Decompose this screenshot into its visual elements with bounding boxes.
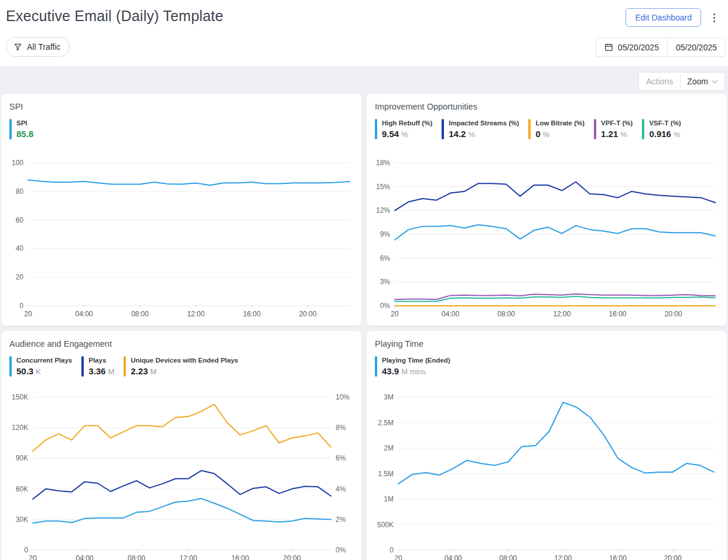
svg-text:40: 40 [16,244,24,252]
svg-text:3M: 3M [384,393,394,401]
svg-text:6%: 6% [336,454,346,462]
legend-item-spi[interactable]: SPI 85.8 [9,119,36,139]
svg-text:120K: 120K [12,424,28,432]
page-header: Executive Email (Daily) Template Edit Da… [0,0,728,66]
legend-value: 0% [535,129,585,139]
zoom-dropdown[interactable]: Zoom [681,73,724,90]
svg-text:12:00: 12:00 [554,554,572,560]
svg-text:2%: 2% [336,515,346,524]
svg-text:0%: 0% [336,546,346,554]
svg-text:16:00: 16:00 [609,554,627,560]
svg-text:60K: 60K [16,485,28,493]
legend-color-bar [528,119,531,139]
legend-item-playing-time[interactable]: Playing Time (Ended) 43.9M mins [375,356,450,377]
svg-text:150K: 150K [12,393,28,401]
edit-dashboard-button[interactable]: Edit Dashboard [626,8,701,27]
legend-item-vsf-t[interactable]: VSF-T (%) 0.916% [642,119,681,139]
legend-item-impacted-streams[interactable]: Impacted Streams (%) 14.2% [442,119,519,139]
date-from-field[interactable]: 05/20/2025 [596,38,667,56]
svg-text:08:00: 08:00 [131,310,149,318]
legend-label: Concurrent Plays [16,357,72,364]
svg-text:04:00: 04:00 [442,310,459,318]
legend-color-bar [442,119,444,139]
legend-value: 3.36M [88,366,114,376]
svg-text:20:00: 20:00 [283,554,301,560]
filter-funnel-icon [13,43,22,52]
legend-color-bar [9,356,12,377]
legend-value: 85.8 [16,129,36,139]
svg-text:10%: 10% [336,393,350,401]
filter-chip-label: All Traffic [27,42,60,52]
svg-text:12:00: 12:00 [553,310,570,318]
date-range-picker: 05/20/2025 05/20/2025 [596,37,726,57]
svg-text:2.5M: 2.5M [378,419,394,427]
legend-label: VPF-T (%) [601,119,633,127]
legend-value: 1.21% [601,129,633,139]
svg-text:18%: 18% [376,159,390,167]
calendar-icon [604,43,613,52]
page-title: Executive Email (Daily) Template [6,8,223,25]
legend-item-vpf-t[interactable]: VPF-T (%) 1.21% [594,119,633,139]
playing-time-chart[interactable]: 0500K1M1.5M2M2.5M3M2004:0008:0012:0016:0… [371,391,722,560]
svg-text:16:00: 16:00 [609,310,627,318]
svg-text:12:00: 12:00 [187,310,204,318]
legend-item-high-rebuff[interactable]: High Rebuff (%) 9.54% [375,119,432,139]
date-to-field[interactable]: 05/20/2025 [668,38,725,56]
legend-color-bar [642,119,644,139]
svg-text:20:00: 20:00 [299,310,316,318]
spi-chart[interactable]: 0204060801002004:0008:0012:0016:0020:00 [6,157,357,321]
legend-label: Low Bitrate (%) [535,119,585,127]
spi-legend: SPI 85.8 [9,119,353,139]
svg-text:12%: 12% [376,206,390,214]
svg-text:04:00: 04:00 [75,310,93,318]
svg-text:500K: 500K [377,521,394,529]
svg-text:20:00: 20:00 [664,554,682,560]
svg-text:08:00: 08:00 [499,554,517,560]
legend-value: 2.23M [131,366,238,376]
legend-value: 9.54% [382,129,432,139]
svg-text:12:00: 12:00 [180,554,197,560]
legend-item-plays[interactable]: Plays 3.36M [81,356,114,377]
svg-text:30K: 30K [16,515,28,524]
playing-time-panel: Playing Time Playing Time (Ended) 43.9M … [367,331,727,560]
legend-item-concurrent-plays[interactable]: Concurrent Plays 50.3K [9,356,72,377]
chart-mode-toggle: Actions Zoom [638,72,725,91]
chevron-down-icon [712,80,718,84]
legend-color-bar [375,119,377,139]
svg-text:20: 20 [391,310,399,318]
date-from-value: 05/20/2025 [618,43,659,52]
legend-color-bar [594,119,596,139]
svg-text:0: 0 [19,302,23,310]
svg-text:20: 20 [16,273,24,281]
traffic-filter-chip[interactable]: All Traffic [6,37,70,57]
panel-grid: SPI SPI 85.8 0204060801002004:0008:0012:… [1,94,727,560]
legend-value: 0.916% [649,129,681,139]
svg-text:8%: 8% [336,424,346,432]
legend-item-unique-devices[interactable]: Unique Devices with Ended Plays 2.23M [124,356,238,377]
svg-text:4%: 4% [336,485,346,493]
legend-label: Impacted Streams (%) [449,119,519,127]
legend-value: 43.9M mins [382,366,450,376]
audience-legend: Concurrent Plays 50.3K Plays 3.36M Uniqu… [9,356,353,377]
improvement-legend: High Rebuff (%) 9.54% Impacted Streams (… [375,119,719,139]
legend-item-low-bitrate[interactable]: Low Bitrate (%) 0% [528,119,585,139]
more-options-kebab-icon[interactable] [708,10,720,25]
svg-text:16:00: 16:00 [231,554,249,560]
svg-text:04:00: 04:00 [445,554,462,560]
date-to-value: 05/20/2025 [676,43,717,52]
improvement-chart[interactable]: 0%3%6%9%12%15%18%2004:0008:0012:0016:002… [371,157,722,321]
svg-text:0: 0 [389,546,394,554]
svg-text:90K: 90K [16,454,28,462]
legend-label: Unique Devices with Ended Plays [131,357,238,364]
svg-text:20: 20 [394,554,402,560]
svg-text:2M: 2M [384,444,394,452]
legend-color-bar [124,356,126,377]
svg-text:20: 20 [29,554,37,560]
actions-button[interactable]: Actions [639,73,680,90]
legend-value: 50.3K [16,366,72,376]
svg-text:80: 80 [16,187,24,196]
svg-text:20:00: 20:00 [665,310,682,318]
improvement-opportunities-panel: Improvement Opportunities High Rebuff (%… [367,94,727,326]
svg-text:3%: 3% [380,278,391,286]
audience-chart[interactable]: 00%30K2%60K4%90K6%120K8%150K10%2004:0008… [6,391,357,560]
